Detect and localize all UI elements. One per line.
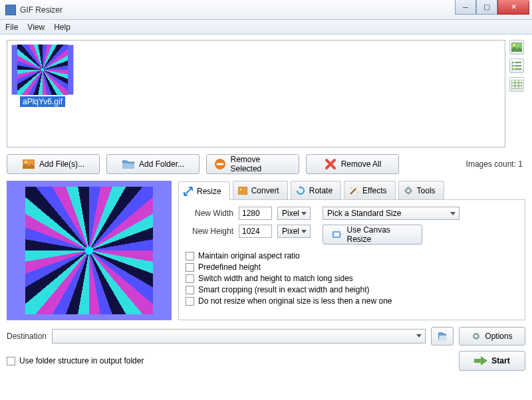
add-files-button[interactable]: Add File(s)... bbox=[7, 154, 100, 174]
new-width-label: New Width bbox=[186, 209, 233, 218]
remove-all-button[interactable]: Remove All bbox=[306, 154, 399, 174]
svg-point-22 bbox=[357, 191, 358, 193]
options-label: Options bbox=[485, 332, 512, 341]
destination-label: Destination bbox=[7, 332, 47, 341]
svg-point-21 bbox=[350, 187, 352, 189]
tab-effects[interactable]: Effects bbox=[344, 181, 395, 199]
switch-wh-checkbox[interactable] bbox=[186, 274, 194, 283]
no-upscale-checkbox[interactable] bbox=[186, 297, 194, 306]
thumbnail-panel[interactable]: aPlqYv6.gif bbox=[7, 40, 505, 148]
svg-point-4 bbox=[512, 65, 514, 67]
minimize-button[interactable]: ─ bbox=[455, 0, 476, 15]
svg-point-20 bbox=[239, 188, 241, 190]
menu-help[interactable]: Help bbox=[54, 23, 70, 32]
thumbnail-image bbox=[11, 45, 74, 95]
maximize-button[interactable]: ▢ bbox=[476, 0, 497, 15]
effects-icon bbox=[348, 185, 359, 196]
resize-icon bbox=[183, 186, 194, 197]
menu-file[interactable]: File bbox=[5, 23, 18, 32]
smart-crop-label: Smart cropping (result in exact width an… bbox=[198, 285, 369, 294]
resize-panel: New Width Pixel New Height Pixel Pick a bbox=[178, 200, 525, 320]
tabs: Resize Convert Rotate Effects Tools bbox=[178, 181, 525, 200]
thumbnail-item[interactable]: aPlqYv6.gif bbox=[11, 45, 74, 107]
tab-rotate[interactable]: Rotate bbox=[291, 181, 341, 199]
menu-view[interactable]: View bbox=[27, 23, 45, 32]
svg-rect-5 bbox=[515, 65, 521, 66]
switch-wh-label: Switch width and height to match long si… bbox=[198, 274, 353, 283]
tab-convert-label: Convert bbox=[251, 186, 279, 195]
browse-destination-button[interactable] bbox=[431, 327, 454, 346]
view-list-button[interactable] bbox=[509, 58, 524, 73]
svg-rect-7 bbox=[515, 68, 521, 70]
svg-rect-19 bbox=[238, 187, 247, 195]
height-unit-select[interactable]: Pixel bbox=[277, 225, 311, 238]
add-files-label: Add File(s)... bbox=[39, 159, 84, 169]
titlebar: GIF Resizer ─ ▢ ✕ bbox=[0, 0, 532, 20]
menubar: File View Help bbox=[0, 20, 532, 35]
canvas-icon bbox=[330, 229, 342, 240]
new-height-input[interactable] bbox=[239, 225, 272, 238]
folder-open-icon bbox=[438, 332, 446, 341]
svg-rect-16 bbox=[217, 163, 223, 165]
destination-select[interactable] bbox=[52, 329, 426, 344]
remove-selected-button[interactable]: Remove Selected bbox=[206, 154, 299, 174]
tab-convert[interactable]: Convert bbox=[233, 181, 288, 199]
list-icon bbox=[511, 61, 522, 70]
svg-rect-8 bbox=[511, 80, 522, 89]
grid-icon bbox=[511, 80, 522, 89]
view-thumbnails-button[interactable] bbox=[509, 40, 524, 54]
svg-rect-3 bbox=[515, 62, 521, 63]
thumbnail-filename: aPlqYv6.gif bbox=[20, 96, 65, 107]
svg-point-24 bbox=[407, 189, 410, 192]
preview-pane bbox=[7, 181, 172, 320]
window-title: GIF Resizer bbox=[20, 5, 63, 15]
remove-all-label: Remove All bbox=[341, 159, 382, 169]
tab-rotate-label: Rotate bbox=[309, 186, 332, 195]
svg-rect-30 bbox=[474, 359, 481, 363]
close-button[interactable]: ✕ bbox=[497, 0, 529, 15]
remove-icon bbox=[213, 159, 227, 169]
options-button[interactable]: Options bbox=[459, 327, 525, 346]
remove-selected-label: Remove Selected bbox=[231, 155, 292, 173]
use-folder-structure-checkbox[interactable] bbox=[7, 357, 15, 365]
width-unit-select[interactable]: Pixel bbox=[277, 207, 311, 220]
new-width-input[interactable] bbox=[239, 207, 272, 220]
svg-point-6 bbox=[512, 68, 514, 70]
picture-icon bbox=[511, 43, 522, 52]
svg-point-14 bbox=[25, 161, 27, 163]
gear-icon bbox=[471, 332, 481, 341]
start-button[interactable]: Start bbox=[459, 351, 525, 371]
tools-icon bbox=[403, 185, 414, 196]
view-details-button[interactable] bbox=[509, 77, 524, 92]
svg-rect-25 bbox=[333, 232, 340, 237]
new-height-label: New Height bbox=[186, 227, 233, 236]
add-folder-button[interactable]: Add Folder... bbox=[106, 154, 200, 174]
tab-resize-label: Resize bbox=[197, 187, 221, 196]
predefined-height-checkbox[interactable] bbox=[186, 263, 194, 272]
use-canvas-label: Use Canvas Resize bbox=[346, 225, 415, 244]
convert-icon bbox=[237, 185, 248, 196]
use-canvas-resize-button[interactable]: Use Canvas Resize bbox=[323, 225, 422, 245]
picture-add-icon bbox=[22, 159, 35, 169]
predefined-height-label: Predefined height bbox=[198, 262, 261, 272]
rotate-icon bbox=[295, 185, 306, 196]
tab-effects-label: Effects bbox=[362, 186, 386, 195]
smart-crop-checkbox[interactable] bbox=[186, 286, 194, 294]
start-arrow-icon bbox=[474, 356, 487, 365]
tab-resize[interactable]: Resize bbox=[178, 181, 230, 200]
svg-point-1 bbox=[513, 44, 515, 47]
images-count-label: Images count: 1 bbox=[466, 159, 525, 169]
standard-size-select[interactable]: Pick a Standard Size bbox=[323, 207, 460, 220]
add-folder-label: Add Folder... bbox=[139, 159, 184, 169]
start-label: Start bbox=[491, 356, 509, 365]
tab-tools[interactable]: Tools bbox=[398, 181, 444, 199]
maintain-ratio-label: Maintain original aspect ratio bbox=[198, 251, 300, 260]
maintain-ratio-checkbox[interactable] bbox=[186, 252, 194, 260]
remove-all-icon bbox=[324, 159, 337, 169]
preview-image bbox=[25, 187, 153, 314]
use-folder-structure-label: Use folder structure in output folder bbox=[19, 356, 144, 365]
no-upscale-label: Do not resize when original size is less… bbox=[198, 296, 392, 306]
svg-point-2 bbox=[512, 62, 514, 64]
app-icon bbox=[5, 5, 16, 15]
folder-icon bbox=[122, 159, 135, 169]
